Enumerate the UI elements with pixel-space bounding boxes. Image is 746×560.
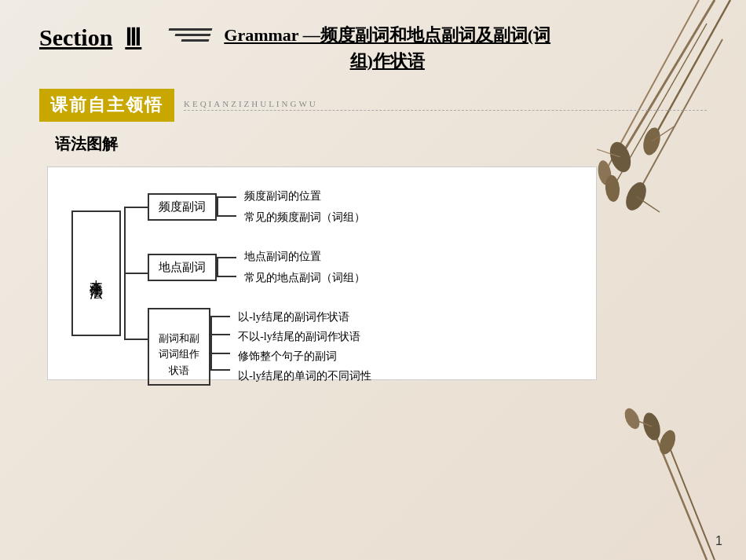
sub-item-3-2: 不以-ly结尾的副词作状语 — [238, 330, 371, 344]
sub-item-2-2: 常见的地点副词（词组） — [244, 271, 365, 285]
sub-connector-1 — [217, 187, 240, 226]
sub-items-3: 以-ly结尾的副词作状语 不以-ly结尾的副词作状语 修饰整个句子的副词 以-l… — [238, 308, 371, 386]
keqian-chinese: 课前自主领悟 — [50, 95, 163, 115]
decoration-lines — [169, 27, 212, 43]
sub-item-3-3: 修饰整个句子的副词 — [238, 350, 371, 364]
sub-item-1-2: 常见的频度副词（词组） — [244, 210, 365, 225]
v-branch-connector — [124, 187, 148, 360]
header: Section Ⅲ Grammar —频度副词和地点副词及副词(词 组)作状语 — [39, 24, 707, 73]
main-box: 本单元语法 — [71, 210, 121, 336]
grammar-title-line1: Grammar —频度副词和地点副词及副词(词 — [224, 24, 550, 48]
sub-item-2-1: 地点副词的位置 — [244, 250, 365, 264]
page-number: 1 — [715, 534, 722, 548]
main-connector — [124, 187, 148, 360]
sub-text-3-1: 以-ly结尾的副词作状语 — [238, 310, 349, 324]
branch-row-2: 地点副词 地点副词的位置 常见的地点副词（词组） — [148, 247, 371, 287]
main-content: Section Ⅲ Grammar —频度副词和地点副词及副词(词 组)作状语 … — [0, 0, 746, 396]
diagram-title: 语法图解 — [55, 134, 707, 155]
sub-text-3-4: 以-ly结尾的单词的不同词性 — [238, 369, 371, 383]
sub-items-2: 地点副词的位置 常见的地点副词（词组） — [244, 247, 365, 287]
svg-point-18 — [622, 406, 642, 431]
branch-row-3: 副词和副 词词组作 状语 以-ly结尾的副词作状语 — [148, 308, 371, 386]
sub-text-2-2: 常见的地点副词（词组） — [244, 271, 365, 285]
branch-row-1: 频度副词 频度副词的位置 常见的频度副词（词组） — [148, 187, 371, 227]
sub-text-2-1: 地点副词的位置 — [244, 250, 321, 264]
section-roman: Ⅲ — [125, 24, 141, 51]
branch-label-3: 副词和副 词词组作 状语 — [148, 308, 210, 386]
branch-label-1: 频度副词 — [148, 193, 217, 221]
sub-items-1: 频度副词的位置 常见的频度副词（词组） — [244, 187, 365, 227]
keqian-banner: 课前自主领悟 KEQIANZIZHULINGWU — [39, 89, 707, 122]
svg-line-14 — [667, 442, 715, 560]
sub-item-3-1: 以-ly结尾的副词作状语 — [238, 310, 371, 324]
sub-item-1-1: 频度副词的位置 — [244, 189, 365, 203]
sub-text-1-1: 频度副词的位置 — [244, 189, 321, 203]
grammar-title-line2: 组)作状语 — [224, 49, 550, 73]
sub-text-1-2: 常见的频度副词（词组） — [244, 210, 365, 225]
sub-connector-3 — [210, 308, 234, 379]
branches-container: 频度副词 频度副词的位置 常见的频度副词（词组） — [148, 187, 371, 360]
diagram: 本单元语法 频度副词 — [71, 187, 572, 360]
sub-text-3-3: 修饰整个句子的副词 — [238, 350, 337, 364]
sub-connector-2 — [217, 247, 240, 287]
branch-label-2: 地点副词 — [148, 254, 217, 281]
grammar-title-block: Grammar —频度副词和地点副词及副词(词 组)作状语 — [224, 24, 550, 73]
keqian-box: 课前自主领悟 — [39, 89, 174, 122]
keqian-pinyin: KEQIANZIZHULINGWU — [184, 99, 707, 111]
sub-item-3-4: 以-ly结尾的单词的不同词性 — [238, 369, 371, 383]
section-prefix: Section — [39, 24, 112, 51]
diagram-wrapper: 本单元语法 频度副词 — [47, 167, 597, 380]
sub-text-3-2: 不以-ly结尾的副词作状语 — [238, 330, 360, 344]
